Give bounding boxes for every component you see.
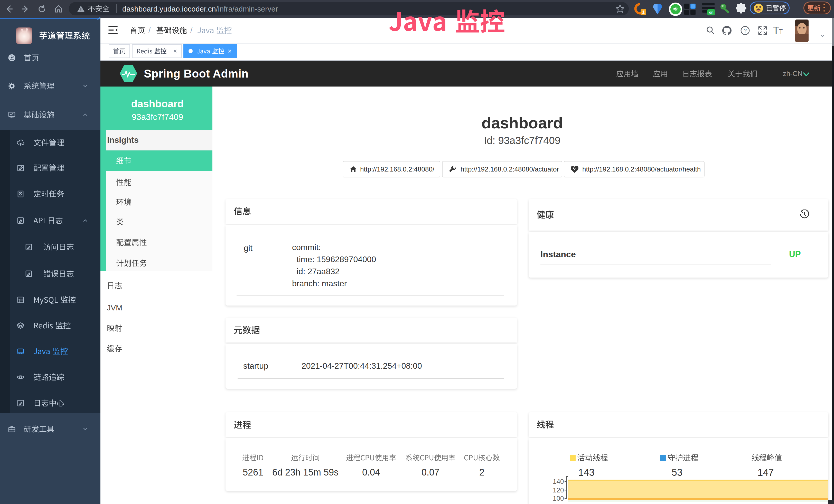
svg-text:on: on [709, 10, 713, 15]
svg-text:?: ? [744, 27, 747, 34]
svg-text:1: 1 [642, 10, 644, 15]
